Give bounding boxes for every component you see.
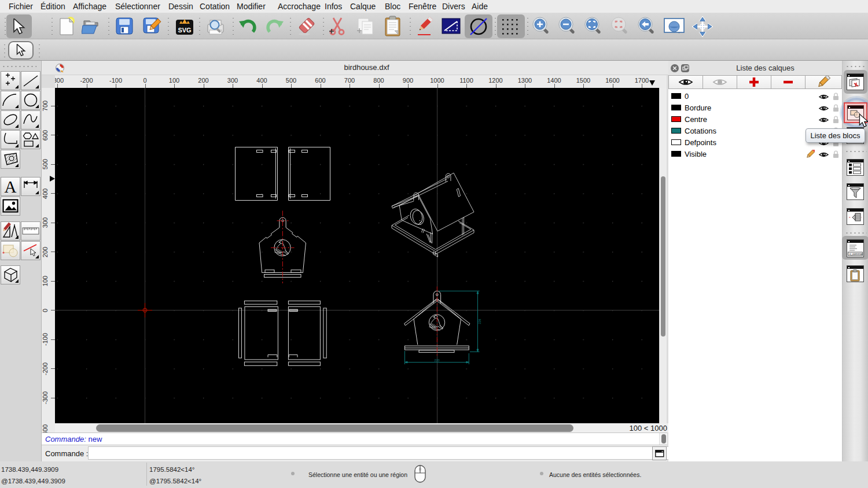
svg-text:226: 226: [478, 319, 481, 324]
svg-text:220: 220: [434, 358, 439, 362]
svg-text:SVG: SVG: [178, 27, 191, 34]
svg-text:A: A: [5, 178, 17, 195]
svg-text:c_command: c_command: [849, 252, 863, 256]
